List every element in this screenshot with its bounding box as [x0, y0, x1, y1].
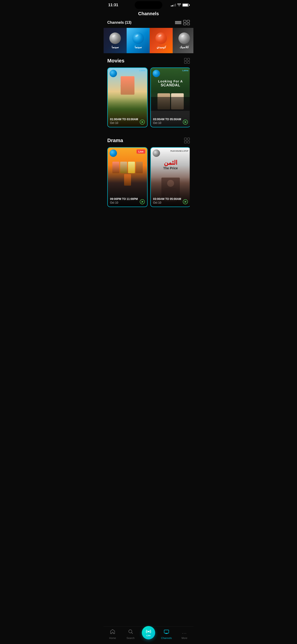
play-icon [142, 200, 144, 203]
drama-section: Drama Live 09:00PM [104, 133, 194, 208]
channel-strip[interactable]: سينما سينما كوميدي كلاسيك [104, 28, 194, 53]
nav-more-label: More [182, 637, 187, 640]
drama-section-header: Drama [107, 138, 190, 144]
bottom-nav: Home Search Live [104, 626, 194, 644]
channel-logo-item[interactable]: كلاسيك [173, 28, 194, 53]
home-icon [110, 629, 115, 636]
more-icon: ··· [182, 631, 187, 636]
broadcast-icon [146, 629, 151, 634]
nav-live[interactable]: Live [140, 632, 158, 640]
channels-count: Channels (13) [107, 20, 132, 25]
status-bar: 11:31 [104, 0, 194, 9]
movies-grid-toggle[interactable] [184, 58, 190, 64]
card-time-range: 09:00PM TO 11:00PM [110, 198, 145, 200]
nav-search[interactable]: Search [122, 629, 140, 640]
nav-search-label: Search [127, 637, 135, 640]
search-icon [128, 629, 133, 636]
movie-title: Looking For A SCANDAL [151, 80, 190, 87]
channel-name: سينما [135, 45, 142, 49]
card-time-range: 03:00AM TO 05:00AM [153, 198, 188, 200]
card-time-range: 01:00AM TO 03:00AM [110, 118, 145, 121]
play-icon [185, 121, 187, 123]
movies-title: Movies [107, 58, 124, 64]
svg-point-2 [148, 631, 149, 632]
nav-channels[interactable]: Channels [158, 629, 176, 640]
card-time-range: 03:00AM TO 05:00AM [153, 118, 188, 121]
movies-section-header: Movies [107, 58, 190, 64]
nav-channels-label: Channels [161, 637, 172, 640]
film-label: FILM HOUSE & IFCP [170, 150, 188, 152]
live-button[interactable]: Live [142, 626, 155, 640]
channel-logo [153, 70, 160, 77]
live-button-label: Live [146, 634, 150, 637]
channel-name: كلاسيك [180, 45, 189, 49]
channel-ball [156, 32, 167, 44]
dynamic-island [135, 1, 162, 9]
battery-icon [182, 4, 189, 7]
channel-logo [110, 150, 117, 157]
status-icons [171, 3, 189, 7]
drama-cards-row: Live 09:00PM TO 11:00PM Oct 10 [107, 147, 190, 208]
drama-card[interactable]: FILM HOUSE & IFCP الثمن The Price 03:00A… [150, 147, 190, 207]
drama-title: Drama [107, 138, 123, 144]
channels-header: Channels (13) [104, 20, 194, 28]
play-button[interactable] [183, 120, 188, 124]
movie-card[interactable]: Laima القرموطي في أرض النار 01:00AM TO 0… [107, 68, 148, 127]
view-toggle[interactable] [175, 20, 190, 25]
tv-icon [164, 629, 169, 636]
page-title: Channels [104, 9, 194, 20]
channel-label: Laima [182, 69, 188, 72]
drama-card[interactable]: Live 09:00PM TO 11:00PM Oct 10 [107, 147, 148, 207]
channel-name: كوميدي [156, 45, 166, 49]
channel-ball [178, 32, 190, 44]
movie-card[interactable]: Laima Looking For A SCANDAL 03:00AM TO 0… [150, 68, 190, 127]
poster-figure [108, 76, 147, 95]
nav-home-label: Home [109, 637, 116, 640]
wifi-icon [177, 3, 181, 7]
drama-title-ar: الثمن The Price [151, 159, 190, 170]
nav-more[interactable]: ··· More [176, 631, 194, 640]
svg-line-1 [132, 633, 133, 634]
drama-grid-toggle[interactable] [184, 138, 190, 143]
channel-ball [132, 32, 144, 44]
play-button[interactable] [140, 199, 145, 204]
channel-logo-item[interactable]: سينما [127, 28, 150, 53]
channel-logo-item[interactable]: كوميدي [150, 28, 173, 53]
signal-icon [171, 4, 176, 6]
status-time: 11:31 [108, 3, 118, 7]
channel-ball [109, 32, 121, 44]
svg-rect-3 [164, 630, 169, 633]
movies-cards-row: Laima القرموطي في أرض النار 01:00AM TO 0… [107, 68, 190, 128]
play-button[interactable] [183, 199, 188, 204]
channel-logo-item[interactable]: سينما [104, 28, 127, 53]
channel-name: سينما [112, 45, 119, 49]
channel-logo [153, 150, 160, 157]
list-view-button[interactable] [175, 20, 182, 25]
nav-home[interactable]: Home [104, 629, 122, 640]
live-badge: Live [136, 150, 145, 154]
play-icon [142, 121, 144, 123]
movies-section: Movies Laima القرموطي في أرض النار [104, 53, 194, 128]
channel-label: Laima [139, 69, 145, 72]
grid-view-button[interactable] [183, 20, 190, 25]
play-icon [185, 200, 187, 203]
play-button[interactable] [140, 120, 145, 124]
